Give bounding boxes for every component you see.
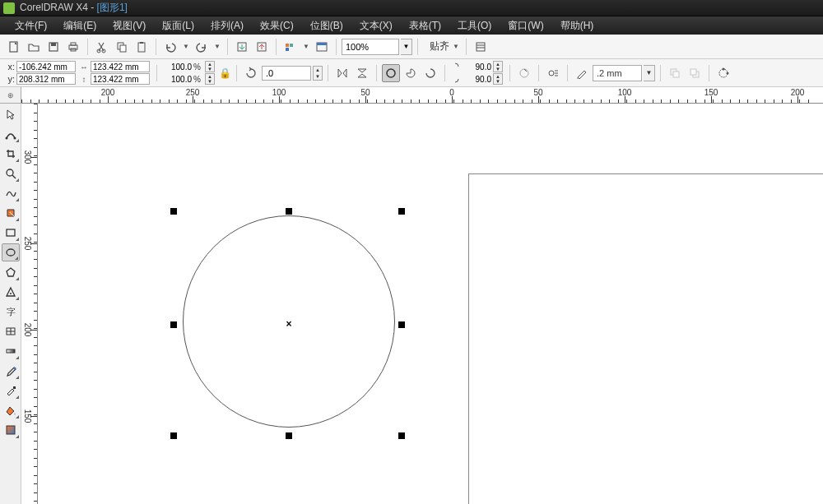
redo-button[interactable] [193, 38, 211, 56]
width-input[interactable] [91, 61, 150, 72]
zoom-dropdown[interactable]: ▼ [401, 39, 412, 55]
separator [660, 65, 661, 81]
rotation-input[interactable] [262, 66, 311, 81]
welcome-button[interactable] [313, 38, 331, 56]
arc-type-button[interactable] [421, 64, 439, 82]
selection-handle-nw[interactable] [170, 208, 177, 215]
import-button[interactable] [233, 38, 251, 56]
menu-layout[interactable]: 版面(L) [154, 19, 202, 33]
y-input[interactable] [16, 73, 76, 85]
menu-text[interactable]: 文本(X) [351, 19, 401, 33]
ellipse-type-button[interactable] [382, 64, 400, 82]
mirror-v-button[interactable] [353, 64, 371, 82]
direction-button[interactable] [515, 64, 533, 82]
width-icon: ↔ [79, 62, 89, 72]
start-angle-input[interactable] [462, 61, 491, 72]
table-tool[interactable] [2, 322, 20, 340]
mirror-h-button[interactable] [333, 64, 351, 82]
fill-tool[interactable] [2, 401, 20, 419]
copy-button[interactable] [113, 38, 131, 56]
shape-tool[interactable] [2, 125, 20, 143]
crop-tool[interactable] [2, 145, 20, 163]
vertical-ruler[interactable]: 300250200150 [21, 104, 38, 504]
basic-shapes-tool[interactable] [2, 283, 20, 301]
zoom-level[interactable]: 100% [342, 39, 399, 55]
smart-fill-tool[interactable] [2, 204, 20, 222]
polygon-tool[interactable] [2, 263, 20, 281]
scale-x-spinner[interactable]: ▲▼ [205, 61, 215, 72]
outline-dropdown[interactable]: ▼ [644, 65, 655, 81]
new-button[interactable] [5, 38, 23, 56]
undo-dropdown[interactable]: ▼ [181, 38, 191, 56]
menu-tools[interactable]: 工具(O) [449, 19, 500, 33]
selection-handle-w[interactable] [170, 321, 177, 328]
svg-point-22 [387, 69, 395, 77]
outline-width[interactable]: .2 mm [593, 65, 642, 81]
text-tool[interactable]: 字 [2, 303, 20, 321]
menu-file[interactable]: 文件(F) [7, 19, 55, 33]
interactive-tool[interactable] [2, 342, 20, 360]
selection-handle-e[interactable] [398, 321, 405, 328]
app-dropdown[interactable]: ▼ [301, 38, 311, 56]
x-input[interactable] [16, 61, 76, 72]
end-angle-input[interactable] [462, 73, 491, 85]
redo-dropdown[interactable]: ▼ [212, 38, 222, 56]
ruler-origin[interactable]: ⊕ [0, 87, 21, 104]
wrap-text-button[interactable] [544, 64, 562, 82]
canvas[interactable]: × [38, 104, 823, 504]
end-angle-spinner[interactable]: ▲▼ [493, 73, 503, 85]
scale-x-input[interactable] [162, 61, 192, 72]
workspace: ⊕ 字 20025010050050100150200 3002502001 [0, 87, 823, 504]
menu-edit[interactable]: 编辑(E) [55, 19, 105, 33]
save-button[interactable] [44, 38, 63, 56]
to-front-button[interactable] [666, 64, 684, 82]
menu-bar: 文件(F) 编辑(E) 视图(V) 版面(L) 排列(A) 效果(C) 位图(B… [0, 16, 823, 35]
print-button[interactable] [64, 38, 82, 56]
ellipse-tool[interactable] [2, 243, 20, 261]
menu-view[interactable]: 视图(V) [105, 19, 154, 33]
snap-dropdown[interactable]: ▼ [451, 38, 461, 56]
start-angle-spinner[interactable]: ▲▼ [493, 61, 503, 72]
outline-tool[interactable] [2, 381, 20, 400]
selection-handle-se[interactable] [398, 432, 405, 439]
open-button[interactable] [25, 38, 43, 56]
selection-handle-n[interactable] [286, 208, 292, 215]
cut-button[interactable] [93, 38, 111, 56]
horizontal-ruler[interactable]: 20025010050050100150200 [21, 87, 823, 104]
menu-help[interactable]: 帮助(H) [552, 19, 602, 33]
app-launcher-button[interactable] [281, 38, 300, 56]
scale-y-input[interactable] [162, 73, 192, 85]
eyedropper-tool[interactable] [2, 362, 20, 380]
interactive-fill-tool[interactable] [2, 421, 20, 439]
options-button[interactable] [472, 38, 490, 56]
to-back-button[interactable] [686, 64, 704, 82]
svg-rect-15 [290, 44, 293, 47]
selection-handle-s[interactable] [286, 432, 292, 439]
convert-curves-button[interactable] [714, 64, 732, 82]
zoom-tool[interactable] [2, 164, 20, 183]
svg-rect-49 [7, 426, 15, 434]
toolbox: 字 [0, 104, 21, 504]
lock-ratio-icon[interactable]: 🔒 [218, 63, 231, 83]
menu-effects[interactable]: 效果(C) [252, 19, 302, 33]
pie-type-button[interactable] [402, 64, 420, 82]
menu-arrange[interactable]: 排列(A) [202, 19, 252, 33]
scale-y-spinner[interactable]: ▲▼ [205, 73, 215, 85]
selection-handle-sw[interactable] [170, 432, 177, 439]
height-input[interactable] [91, 73, 150, 85]
selection-handle-ne[interactable] [398, 208, 405, 215]
rotation-spinner[interactable]: ▲▼ [313, 66, 323, 81]
freehand-tool[interactable] [2, 184, 20, 202]
pick-tool[interactable] [2, 105, 20, 123]
rectangle-tool[interactable] [2, 224, 20, 242]
menu-table[interactable]: 表格(T) [401, 19, 449, 33]
menu-bitmaps[interactable]: 位图(B) [302, 19, 351, 33]
svg-point-37 [7, 169, 13, 176]
paste-button[interactable] [133, 38, 151, 56]
center-marker[interactable]: × [286, 318, 291, 330]
undo-button[interactable] [161, 38, 179, 56]
menu-window[interactable]: 窗口(W) [500, 19, 551, 33]
export-button[interactable] [253, 38, 271, 56]
x-label: x: [3, 62, 15, 72]
snap-label[interactable]: 贴齐 [430, 39, 449, 53]
